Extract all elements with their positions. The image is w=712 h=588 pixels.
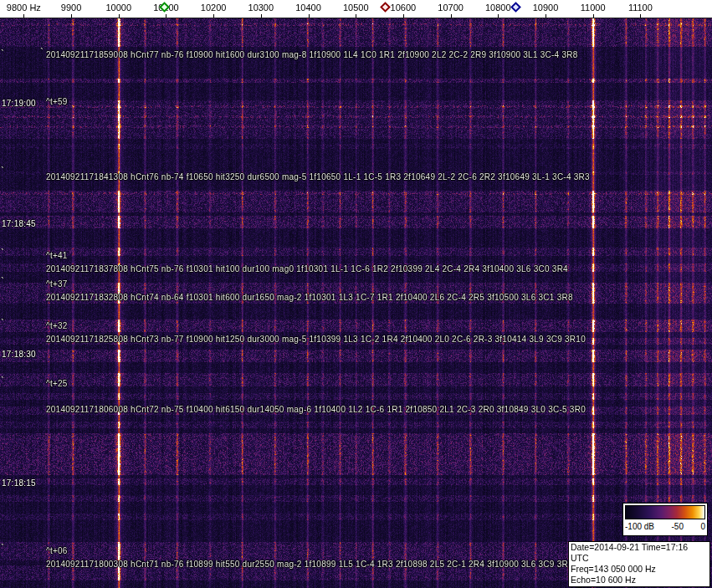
red-diamond-marker[interactable] (380, 2, 391, 13)
freq-tick-label-11000: 11000 (581, 3, 606, 13)
colorbar-panel: -100 dB -50 0 (622, 503, 708, 536)
colorbar-gradient (625, 505, 705, 519)
freq-tick-mark (356, 14, 356, 18)
freq-tick-mark (119, 14, 120, 18)
freq-tick-mark (640, 14, 641, 18)
freq-tick-mark (403, 14, 404, 18)
colorbar-labels: -100 dB -50 0 (625, 522, 705, 531)
freq-tick-label-10400: 10400 (295, 3, 321, 13)
freq-tick-mark (451, 14, 452, 18)
freq-tick-label-10500: 10500 (343, 3, 369, 13)
freq-tick-mark (166, 14, 166, 18)
blue-diamond-marker[interactable] (510, 2, 521, 13)
freq-tick-mark (213, 14, 214, 18)
freq-tick-mark (593, 14, 594, 18)
freq-tick-label-10200: 10200 (201, 3, 227, 13)
colorbar-min-label: -100 dB (625, 522, 654, 531)
freq-tick-mark (546, 14, 546, 18)
freq-tick-label-10600: 10600 (391, 3, 417, 13)
spectrogram-app: 9800 Hz990010000101001020010300104001050… (0, 0, 712, 588)
freq-tick-mark (71, 14, 72, 18)
freq-tick-label-9900: 9900 (61, 3, 81, 13)
freq-tick-label-10900: 10900 (533, 3, 559, 13)
freq-tick-label-10000: 10000 (105, 3, 131, 13)
freq-tick-mark (23, 14, 24, 18)
freq-tick-label-9800: 9800 Hz (7, 3, 41, 13)
frequency-axis: 9800 Hz990010000101001020010300104001050… (0, 0, 712, 18)
freq-tick-mark (261, 14, 262, 18)
freq-tick-label-10700: 10700 (438, 3, 464, 13)
freq-tick-label-10800: 10800 (485, 3, 511, 13)
info-echo-line: Echo=10 600 Hz (571, 575, 708, 585)
colorbar-max-label: 0 (700, 522, 705, 531)
info-freq-line: Freq=143 050 000 Hz (571, 564, 708, 575)
spectrogram-waterfall-canvas (0, 18, 712, 588)
freq-tick-mark (309, 14, 310, 18)
colorbar-mid-label: -50 (672, 522, 684, 531)
info-date-line: Date=2014-09-21 Time=17:16 UTC (571, 542, 708, 564)
freq-tick-mark (498, 14, 499, 18)
freq-tick-label-11100: 11100 (628, 3, 653, 13)
freq-tick-label-10300: 10300 (248, 3, 274, 13)
info-box: Date=2014-09-21 Time=17:16 UTC Freq=143 … (568, 541, 710, 587)
